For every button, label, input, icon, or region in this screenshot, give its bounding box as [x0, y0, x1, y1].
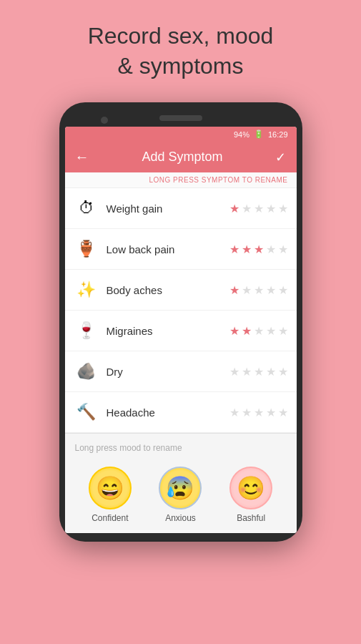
star-4[interactable]: ★: [266, 243, 276, 256]
star-3[interactable]: ★: [254, 202, 264, 215]
star-2[interactable]: ★: [242, 365, 252, 379]
star-1[interactable]: ★: [229, 406, 239, 419]
star-3[interactable]: ★: [254, 406, 264, 419]
star-3[interactable]: ★: [254, 365, 264, 379]
star-4[interactable]: ★: [266, 365, 276, 379]
phone-speaker: [159, 115, 202, 121]
confirm-button[interactable]: ✓: [275, 150, 286, 165]
symptom-stars-weight-gain[interactable]: ★★★★★: [229, 202, 288, 215]
symptom-icon-dry: 🪨: [74, 358, 99, 384]
mood-emoji-confident: 😄: [89, 467, 132, 509]
symptom-row[interactable]: 🔨Headache★★★★★: [65, 392, 297, 433]
star-1[interactable]: ★: [229, 365, 239, 379]
symptom-row[interactable]: 🍷Migraines★★★★★: [65, 311, 297, 351]
star-3[interactable]: ★: [254, 324, 264, 338]
symptom-name-headache: Headache: [107, 406, 229, 419]
star-5[interactable]: ★: [278, 283, 288, 297]
star-2[interactable]: ★: [242, 406, 252, 419]
star-2[interactable]: ★: [242, 324, 252, 338]
mood-item-bashful[interactable]: 😊Bashful: [229, 467, 272, 523]
status-bar: 94% 🔋 16:29: [65, 127, 297, 142]
symptom-icon-low-back-pain: 🏺: [74, 236, 99, 262]
star-4[interactable]: ★: [266, 283, 276, 297]
mood-item-confident[interactable]: 😄Confident: [89, 467, 132, 523]
back-button[interactable]: ←: [75, 149, 89, 165]
mood-label-confident: Confident: [92, 513, 128, 523]
mood-emoji-bashful: 😊: [229, 467, 272, 509]
symptom-icon-body-aches: ✨: [74, 277, 99, 303]
star-1[interactable]: ★: [229, 283, 239, 297]
star-2[interactable]: ★: [242, 202, 252, 215]
mood-item-anxious[interactable]: 😰Anxious: [159, 467, 202, 523]
app-header: ← Add Symptom ✓: [65, 142, 297, 172]
rename-hint: LONG PRESS SYMPTOM TO RENAME: [65, 172, 297, 188]
star-5[interactable]: ★: [278, 243, 288, 256]
symptom-name-migraines: Migraines: [107, 325, 229, 337]
symptom-stars-body-aches[interactable]: ★★★★★: [229, 283, 288, 297]
symptom-stars-headache[interactable]: ★★★★★: [229, 406, 288, 419]
mood-hint-section: Long press mood to rename: [65, 433, 297, 459]
symptom-stars-low-back-pain[interactable]: ★★★★★: [229, 243, 288, 256]
star-5[interactable]: ★: [278, 202, 288, 215]
symptom-list: ⏱Weight gain★★★★★🏺Low back pain★★★★★✨Bod…: [65, 188, 297, 433]
star-1[interactable]: ★: [229, 243, 239, 256]
star-3[interactable]: ★: [254, 283, 264, 297]
star-3[interactable]: ★: [254, 243, 264, 256]
page-title: Record sex, mood & symptoms: [88, 21, 274, 81]
phone-camera: [101, 117, 108, 124]
symptom-row[interactable]: ✨Body aches★★★★★: [65, 270, 297, 311]
star-5[interactable]: ★: [278, 365, 288, 379]
symptom-row[interactable]: 🏺Low back pain★★★★★: [65, 229, 297, 270]
symptom-name-weight-gain: Weight gain: [107, 203, 229, 215]
symptom-name-body-aches: Body aches: [107, 284, 229, 296]
star-2[interactable]: ★: [242, 243, 252, 256]
symptom-name-dry: Dry: [107, 366, 229, 378]
battery-icon: 🔋: [254, 130, 264, 139]
mood-label-anxious: Anxious: [165, 513, 196, 523]
star-1[interactable]: ★: [229, 324, 239, 338]
symptom-row[interactable]: ⏱Weight gain★★★★★: [65, 188, 297, 229]
mood-hint-text: Long press mood to rename: [75, 443, 182, 453]
phone-wrapper: 94% 🔋 16:29 ← Add Symptom ✓ LONG PRESS S…: [59, 102, 302, 542]
symptom-row[interactable]: 🪨Dry★★★★★: [65, 351, 297, 392]
star-5[interactable]: ★: [278, 406, 288, 419]
battery-indicator: 94%: [234, 130, 249, 139]
symptom-icon-headache: 🔨: [74, 399, 99, 425]
star-2[interactable]: ★: [242, 283, 252, 297]
star-1[interactable]: ★: [229, 202, 239, 215]
mood-label-bashful: Bashful: [237, 513, 265, 523]
star-4[interactable]: ★: [266, 406, 276, 419]
symptom-stars-migraines[interactable]: ★★★★★: [229, 324, 288, 338]
star-4[interactable]: ★: [266, 324, 276, 338]
symptom-icon-weight-gain: ⏱: [74, 195, 99, 221]
star-4[interactable]: ★: [266, 202, 276, 215]
symptom-name-low-back-pain: Low back pain: [107, 243, 229, 255]
phone-screen: 94% 🔋 16:29 ← Add Symptom ✓ LONG PRESS S…: [65, 127, 297, 533]
header-title: Add Symptom: [142, 150, 222, 165]
clock: 16:29: [268, 130, 288, 139]
star-5[interactable]: ★: [278, 324, 288, 338]
mood-emoji-anxious: 😰: [159, 467, 202, 509]
symptom-stars-dry[interactable]: ★★★★★: [229, 365, 288, 379]
phone-top-bar: [65, 111, 297, 127]
symptom-icon-migraines: 🍷: [74, 318, 99, 343]
mood-section: 😄Confident😰Anxious😊Bashful: [65, 459, 297, 533]
